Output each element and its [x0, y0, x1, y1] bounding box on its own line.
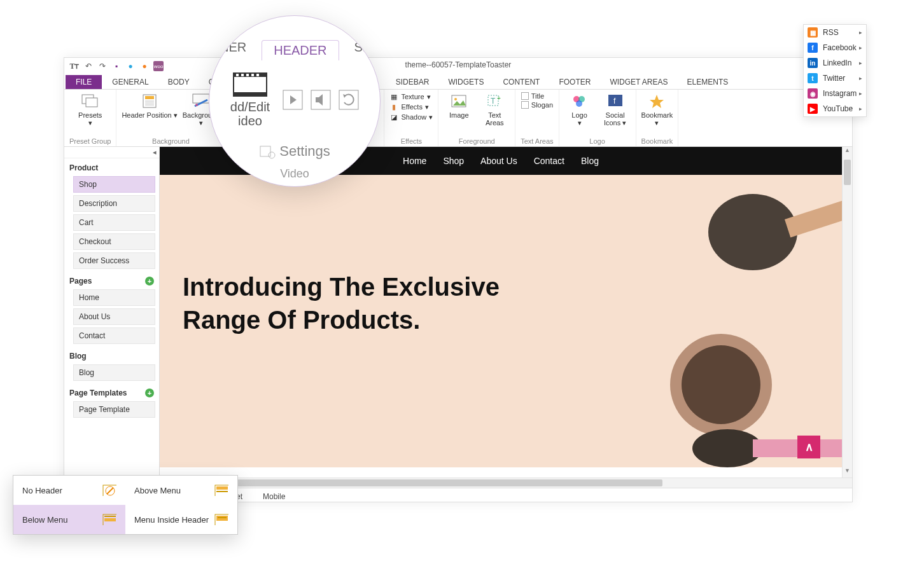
- add-edit-video-button[interactable]: dd/Edit ideo: [230, 72, 270, 128]
- svg-rect-3: [145, 96, 154, 99]
- svg-rect-35: [339, 90, 358, 109]
- svg-point-8: [195, 104, 198, 106]
- hero-heading: Introducing The Exclusive Range Of Produ…: [183, 270, 514, 336]
- save-icon[interactable]: ▪: [111, 61, 122, 71]
- scroll-down-icon[interactable]: ▼: [843, 467, 852, 478]
- tab-widgets[interactable]: WIDGETS: [439, 75, 493, 89]
- tab-sidebar[interactable]: SIDEBAR: [387, 75, 438, 89]
- sidebar-item-contact[interactable]: Contact: [73, 327, 155, 344]
- sidebar-header-templates: Page Templates+: [64, 383, 159, 401]
- footer-tab-mobile[interactable]: Mobile: [263, 492, 285, 501]
- nav-blog[interactable]: Blog: [581, 156, 599, 166]
- tab-general[interactable]: GENERAL: [103, 75, 157, 89]
- sidebar-item-description[interactable]: Description: [73, 195, 155, 212]
- scroll-thumb[interactable]: [844, 160, 851, 185]
- svg-point-37: [269, 152, 275, 158]
- browser1-icon[interactable]: ●: [125, 61, 136, 71]
- social-facebook[interactable]: fFacebook▸: [804, 40, 866, 55]
- menu-inside-icon: [214, 514, 228, 525]
- text-areas-button[interactable]: T+ Text Areas: [479, 92, 510, 127]
- vertical-scrollbar[interactable]: ▲ ▼: [842, 147, 852, 478]
- svg-rect-30: [246, 74, 249, 76]
- no-header-icon: [102, 485, 116, 496]
- sidebar-item-shop[interactable]: Shop: [73, 176, 155, 193]
- nav-contact[interactable]: Contact: [534, 156, 564, 166]
- svg-line-40: [107, 488, 113, 494]
- title-checkbox[interactable]: Title: [521, 92, 553, 100]
- svg-point-23: [692, 429, 762, 467]
- social-icons-button[interactable]: f Social Icons ▾: [600, 92, 631, 127]
- tab-widgetareas[interactable]: WIDGET AREAS: [601, 75, 676, 89]
- svg-rect-28: [236, 74, 239, 76]
- image-button[interactable]: Image: [444, 92, 474, 119]
- tab-footer[interactable]: FOOTER: [550, 75, 599, 89]
- scroll-up-icon[interactable]: ▲: [843, 147, 852, 157]
- sidebar-item-ordersuccess[interactable]: Order Success: [73, 252, 155, 269]
- filmstrip-icon: [232, 72, 268, 97]
- undo-icon[interactable]: ↶: [83, 61, 94, 71]
- file-tab[interactable]: FILE: [66, 75, 102, 89]
- tab-body[interactable]: BODY: [159, 75, 199, 89]
- hero-header[interactable]: Introducing The Exclusive Range Of Produ…: [160, 175, 842, 467]
- scroll-top-badge[interactable]: ∧: [797, 436, 820, 458]
- sidebar-header-blog: Blog: [64, 347, 159, 364]
- add-template-button[interactable]: +: [145, 389, 154, 397]
- svg-point-19: [708, 194, 797, 270]
- nav-about[interactable]: About Us: [480, 156, 517, 166]
- video-settings-button[interactable]: Settings: [214, 143, 375, 160]
- hscroll-thumb[interactable]: [166, 479, 662, 486]
- effects-button[interactable]: ▮Effects ▾: [389, 102, 433, 111]
- bookmark-button[interactable]: Bookmark▾: [641, 92, 673, 127]
- svg-text:T: T: [491, 97, 496, 106]
- opt-below-menu[interactable]: Below Menu: [13, 505, 125, 534]
- add-page-button[interactable]: +: [145, 277, 154, 286]
- sidebar-item-pagetemplate[interactable]: Page Template: [73, 401, 155, 418]
- opt-above-menu[interactable]: Above Menu: [125, 476, 237, 505]
- presets-icon: [81, 92, 99, 110]
- browser2-icon[interactable]: ●: [139, 61, 150, 71]
- bookmark-star-icon: [648, 92, 666, 110]
- svg-rect-49: [218, 517, 227, 518]
- mag-tab-header[interactable]: HEADER: [262, 40, 339, 60]
- social-rss[interactable]: ▦RSS▸: [804, 25, 866, 40]
- sidebar-item-home[interactable]: Home: [73, 289, 155, 306]
- speaker-icon[interactable]: [311, 90, 331, 110]
- text-areas-icon: T+: [486, 92, 503, 110]
- texture-icon: ▦: [389, 92, 398, 101]
- svg-rect-27: [234, 92, 267, 96]
- logo-button[interactable]: Logo▾: [564, 92, 595, 127]
- opt-menu-inside-header[interactable]: Menu Inside Header: [125, 505, 237, 534]
- social-linkedin[interactable]: inLinkedIn▸: [804, 55, 866, 71]
- redo-icon[interactable]: ↷: [97, 61, 108, 71]
- svg-rect-32: [256, 74, 259, 76]
- social-instagram[interactable]: ◉Instagram▸: [804, 86, 866, 101]
- image-icon: [450, 92, 468, 110]
- opt-no-header[interactable]: No Header: [13, 476, 125, 505]
- social-youtube[interactable]: ▶YouTube▸: [804, 101, 866, 116]
- app-logo-icon: Tᴛ: [69, 61, 80, 71]
- svg-rect-31: [251, 74, 254, 76]
- texture-button[interactable]: ▦Texture ▾: [389, 92, 433, 101]
- play-icon[interactable]: [283, 90, 303, 110]
- woo-icon[interactable]: woo: [153, 61, 164, 71]
- ribbon: Presets▾ Preset Group Header Position ▾ …: [64, 90, 852, 147]
- sidebar-item-cart[interactable]: Cart: [73, 214, 155, 231]
- header-position-button[interactable]: Header Position ▾: [122, 92, 177, 119]
- sidebar-header-product: Product: [64, 158, 159, 176]
- nav-shop[interactable]: Shop: [443, 156, 464, 166]
- tab-content[interactable]: CONTENT: [494, 75, 549, 89]
- sidebar-item-blog[interactable]: Blog: [73, 364, 155, 381]
- below-menu-icon: [102, 514, 116, 525]
- collapse-sidebar-icon[interactable]: ◂: [64, 147, 159, 158]
- sidebar-item-aboutus[interactable]: About Us: [73, 308, 155, 325]
- sidebar-item-checkout[interactable]: Checkout: [73, 233, 155, 250]
- nav-home[interactable]: Home: [403, 156, 426, 166]
- design-canvas[interactable]: Home Shop About Us Contact Blog Introduc…: [160, 147, 842, 478]
- svg-rect-20: [785, 188, 842, 238]
- tab-elements[interactable]: ELEMENTS: [678, 75, 738, 89]
- shadow-button[interactable]: ◪Shadow ▾: [389, 113, 433, 121]
- presets-button[interactable]: Presets▾: [75, 92, 106, 127]
- social-twitter[interactable]: tTwitter▸: [804, 71, 866, 86]
- slogan-checkbox[interactable]: Slogan: [521, 101, 553, 109]
- loop-icon[interactable]: [339, 90, 359, 110]
